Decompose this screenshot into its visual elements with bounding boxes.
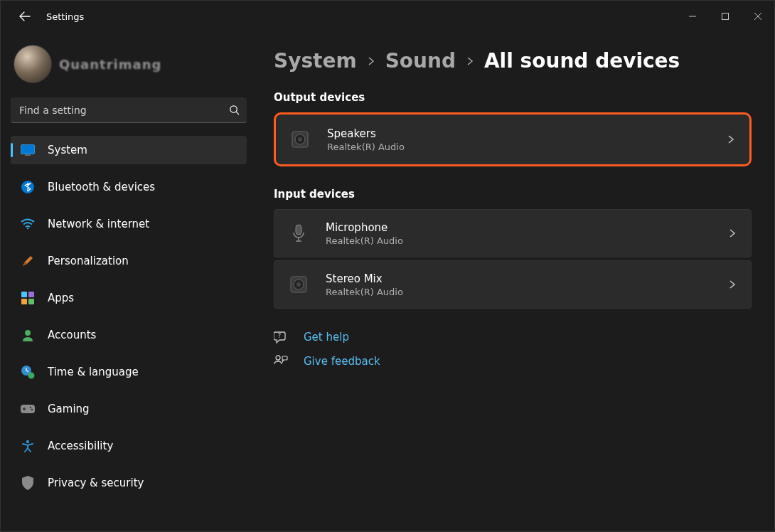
svg-point-12 — [28, 373, 35, 379]
paintbrush-icon — [21, 254, 35, 268]
chevron-right-icon — [367, 57, 375, 65]
svg-point-10 — [25, 330, 31, 336]
nav-item-gaming[interactable]: Gaming — [11, 395, 247, 423]
help-icon: ? — [274, 330, 288, 344]
nav-label: Accounts — [48, 329, 96, 341]
profile-block[interactable]: Quantrimang — [11, 41, 247, 89]
person-icon — [21, 328, 35, 342]
chevron-right-icon — [728, 229, 737, 238]
close-button[interactable] — [742, 5, 774, 28]
nav-label: Personalization — [48, 255, 129, 267]
nav-item-personalization[interactable]: Personalization — [11, 247, 247, 275]
body: Quantrimang System — [1, 32, 774, 531]
window-controls — [676, 5, 774, 28]
svg-point-1 — [230, 106, 236, 112]
chevron-right-icon — [466, 57, 474, 65]
svg-point-13 — [30, 407, 31, 408]
svg-point-15 — [26, 440, 29, 443]
device-name: Microphone — [326, 221, 728, 234]
svg-rect-7 — [28, 292, 34, 297]
device-card-speakers[interactable]: Speakers Realtek(R) Audio — [274, 112, 752, 166]
device-text: Speakers Realtek(R) Audio — [327, 127, 727, 152]
maximize-button[interactable] — [709, 5, 742, 28]
minimize-button[interactable] — [676, 5, 709, 28]
device-provider: Realtek(R) Audio — [326, 287, 728, 297]
chevron-right-icon — [727, 135, 735, 144]
arrow-left-icon — [19, 11, 31, 22]
nav-item-accessibility[interactable]: Accessibility — [11, 432, 247, 460]
device-provider: Realtek(R) Audio — [327, 142, 727, 152]
speaker-icon — [289, 275, 309, 294]
main-content: System Sound All sound devices Output de… — [257, 32, 774, 531]
device-card-stereo-mix[interactable]: Stereo Mix Realtek(R) Audio — [274, 260, 752, 309]
app-title: Settings — [46, 11, 84, 22]
device-name: Speakers — [327, 127, 727, 140]
clock-globe-icon — [21, 365, 35, 379]
svg-point-18 — [298, 137, 302, 142]
output-devices-heading: Output devices — [274, 91, 752, 104]
help-links: ? Get help Give feedback — [274, 330, 752, 368]
nav-label: Time & language — [48, 366, 139, 378]
microphone-icon — [289, 223, 309, 243]
svg-point-14 — [31, 409, 33, 410]
input-devices-heading: Input devices — [274, 188, 752, 201]
output-devices-section: Output devices Speakers Realtek(R) Audio — [274, 91, 752, 166]
give-feedback-link[interactable]: Give feedback — [274, 354, 752, 368]
gamepad-icon — [21, 402, 35, 416]
svg-point-22 — [296, 282, 301, 287]
svg-rect-8 — [21, 299, 27, 304]
chevron-right-icon — [728, 280, 737, 289]
nav-label: Accessibility — [48, 440, 113, 452]
get-help-link[interactable]: ? Get help — [274, 330, 752, 344]
svg-rect-0 — [722, 14, 729, 20]
titlebar-left: Settings — [1, 9, 676, 23]
search-input-wrapper[interactable] — [11, 97, 247, 123]
sidebar: Quantrimang System — [1, 32, 257, 531]
search-icon — [221, 105, 247, 115]
avatar — [14, 45, 52, 83]
nav-item-system[interactable]: System — [11, 136, 247, 164]
nav-item-privacy[interactable]: Privacy & security — [11, 469, 247, 497]
shield-icon — [21, 476, 35, 490]
nav-item-apps[interactable]: Apps — [11, 284, 247, 312]
device-provider: Realtek(R) Audio — [326, 235, 728, 246]
nav-item-time-language[interactable]: Time & language — [11, 358, 247, 386]
breadcrumb-all-sound-devices: All sound devices — [484, 49, 680, 73]
feedback-icon — [274, 354, 288, 368]
nav-item-accounts[interactable]: Accounts — [11, 321, 247, 349]
bluetooth-icon — [21, 180, 35, 194]
nav-item-network[interactable]: Network & internet — [11, 210, 247, 238]
maximize-icon — [722, 13, 729, 20]
watermark-text: Quantrimang — [59, 57, 161, 72]
back-button[interactable] — [18, 9, 32, 23]
breadcrumb-sound[interactable]: Sound — [385, 49, 456, 73]
nav-item-bluetooth[interactable]: Bluetooth & devices — [11, 173, 247, 201]
close-icon — [754, 13, 761, 20]
svg-rect-9 — [28, 299, 34, 304]
help-link-label: Get help — [304, 331, 349, 344]
nav-label: Privacy & security — [48, 477, 144, 489]
svg-rect-6 — [21, 292, 27, 297]
titlebar: Settings — [1, 1, 774, 32]
svg-rect-3 — [25, 155, 31, 156]
search-input[interactable] — [11, 105, 221, 116]
svg-rect-2 — [21, 145, 35, 154]
input-devices-section: Input devices Microphone Realtek(R) Audi… — [274, 188, 752, 309]
breadcrumb-system[interactable]: System — [274, 49, 357, 73]
svg-rect-25 — [282, 356, 287, 360]
nav-label: Gaming — [48, 403, 90, 415]
help-link-label: Give feedback — [304, 355, 380, 368]
nav-label: Bluetooth & devices — [48, 181, 155, 193]
apps-icon — [21, 291, 35, 305]
accessibility-icon — [21, 439, 35, 453]
nav-label: Network & internet — [48, 218, 149, 230]
nav: System Bluetooth & devices Network & int… — [11, 136, 247, 504]
settings-window: Settings Quantrimang — [0, 0, 775, 532]
svg-point-5 — [27, 228, 29, 230]
nav-label: System — [48, 144, 87, 156]
wifi-icon — [21, 217, 35, 231]
device-name: Stereo Mix — [326, 272, 728, 285]
speaker-icon — [290, 129, 310, 149]
device-card-microphone[interactable]: Microphone Realtek(R) Audio — [274, 209, 752, 257]
device-text: Microphone Realtek(R) Audio — [326, 221, 728, 246]
